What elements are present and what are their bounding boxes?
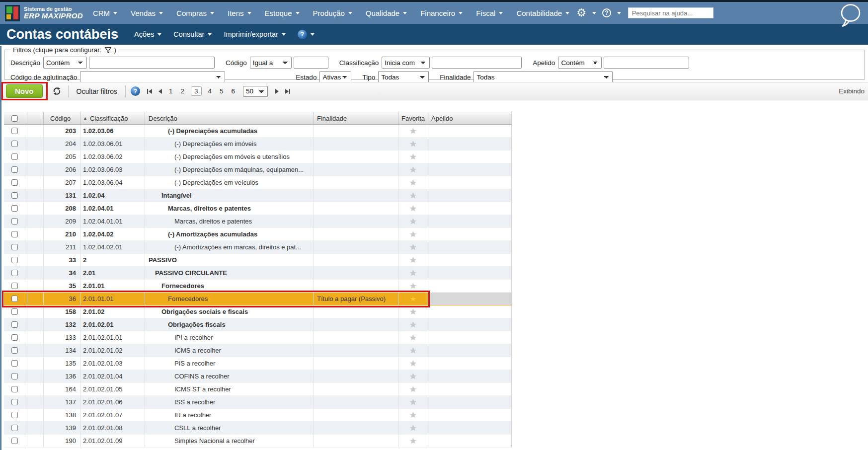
toolbar-help-icon[interactable]: ?	[131, 86, 140, 96]
nav-menu-qualidade[interactable]: Qualidade	[366, 9, 407, 17]
favorite-star-icon[interactable]: ★	[409, 347, 416, 355]
table-row-34[interactable]: 342.01PASSIVO CIRCULANTE★	[4, 267, 512, 280]
row-checkbox[interactable]	[11, 399, 18, 405]
row-checkbox[interactable]	[11, 438, 18, 444]
page-number-3[interactable]: 3	[191, 86, 202, 96]
table-row-206[interactable]: 2061.02.03.06.03(-) Depreciações em máqu…	[4, 163, 512, 176]
table-row-203[interactable]: 2031.02.03.06(-) Depreciações acumuladas…	[4, 125, 512, 138]
favorite-star-icon[interactable]: ★	[409, 256, 416, 264]
chat-bubble-icon[interactable]	[838, 3, 862, 29]
aglutinacao-select[interactable]	[80, 71, 225, 83]
table-row-136[interactable]: 1362.01.02.01.04COFINS a recolher★	[4, 370, 512, 383]
header-apelido[interactable]: Apelido	[428, 112, 512, 124]
row-checkbox[interactable]	[11, 283, 18, 289]
refresh-button[interactable]	[51, 86, 63, 96]
row-checkbox[interactable]	[11, 296, 18, 302]
table-row-36[interactable]: 362.01.01.01FornecedoresTítulo a pagar (…	[4, 293, 512, 305]
row-checkbox[interactable]	[11, 334, 18, 341]
nav-menu-producao[interactable]: Produção	[313, 9, 352, 17]
favorite-star-icon[interactable]: ★	[409, 243, 416, 251]
row-checkbox[interactable]	[11, 412, 18, 418]
table-row-33[interactable]: 332PASSIVO★	[4, 254, 512, 267]
row-checkbox[interactable]	[11, 205, 18, 212]
table-row-35[interactable]: 352.01.01Fornecedores★	[4, 280, 512, 293]
app-logo[interactable]: Sistema de gestão ERP MAXIPROD	[5, 5, 83, 21]
tipo-select[interactable]: Todas	[378, 71, 429, 83]
favorite-star-icon[interactable]: ★	[409, 295, 416, 303]
favorite-star-icon[interactable]: ★	[409, 398, 416, 406]
table-row-137[interactable]: 1372.01.02.01.06ISS a recolher★	[4, 396, 512, 409]
table-row-208[interactable]: 2081.02.04.01Marcas, direitos e patentes…	[4, 202, 512, 215]
table-row-138[interactable]: 1382.01.02.01.07IR a recolher★	[4, 409, 512, 422]
nav-menu-estoque[interactable]: Estoque	[265, 9, 300, 17]
header-favorita[interactable]: Favorita	[398, 112, 428, 124]
row-checkbox[interactable]	[11, 166, 18, 173]
row-checkbox[interactable]	[11, 270, 18, 276]
estado-select[interactable]: Ativas	[319, 71, 351, 83]
row-checkbox[interactable]	[11, 192, 18, 199]
first-page-button[interactable]	[146, 88, 153, 95]
table-row-205[interactable]: 2051.02.03.06.02(-) Depreciações em móve…	[4, 150, 512, 163]
page-number-2[interactable]: 2	[179, 86, 186, 96]
table-row-210[interactable]: 2101.02.04.02(-) Amortizações acumuladas…	[4, 228, 512, 241]
classificacao-operator-select[interactable]: Inicia com	[382, 57, 430, 69]
header-finalidade[interactable]: Finalidade	[314, 112, 398, 124]
row-checkbox[interactable]	[11, 347, 18, 354]
favorite-star-icon[interactable]: ★	[409, 334, 416, 342]
menu-imprimir-exportar[interactable]: Imprimir/exportar	[224, 30, 286, 38]
favorite-star-icon[interactable]: ★	[409, 269, 416, 277]
header-codigo[interactable]: Código	[44, 112, 80, 124]
table-row-132[interactable]: 1322.01.02.01Obrigações fiscais★	[4, 318, 512, 331]
descricao-operator-select[interactable]: Contém	[43, 57, 87, 69]
nav-help-icon[interactable]: ?	[602, 8, 611, 17]
settings-caret-icon[interactable]	[592, 12, 596, 16]
page-number-6[interactable]: 6	[230, 86, 237, 96]
title-help-icon[interactable]: ?	[298, 30, 307, 39]
row-checkbox[interactable]	[11, 321, 18, 328]
title-help-caret-icon[interactable]	[311, 33, 315, 38]
favorite-star-icon[interactable]: ★	[409, 373, 416, 380]
table-row-207[interactable]: 2071.02.03.06.04(-) Depreciações em veíc…	[4, 176, 512, 189]
row-checkbox[interactable]	[11, 153, 18, 160]
codigo-filter-input[interactable]	[294, 57, 328, 69]
last-page-button[interactable]	[284, 88, 291, 95]
row-checkbox[interactable]	[11, 218, 18, 225]
table-row-131[interactable]: 1311.02.04Intangível★	[4, 189, 512, 202]
row-checkbox[interactable]	[11, 231, 18, 237]
table-row-164[interactable]: 1642.01.02.01.05ICMS ST a recolher★	[4, 383, 512, 396]
nav-menu-contabilidade[interactable]: Contabilidade	[516, 9, 569, 17]
select-all-checkbox[interactable]	[11, 115, 18, 122]
header-classificacao[interactable]: ▲ Classificação	[80, 112, 145, 124]
table-row-158[interactable]: 1582.01.02Obrigações sociais e fiscais★	[4, 305, 512, 318]
row-checkbox[interactable]	[11, 128, 18, 134]
favorite-star-icon[interactable]: ★	[409, 321, 416, 329]
table-row-134[interactable]: 1342.01.02.01.02ICMS a recolher★	[4, 344, 512, 357]
favorite-star-icon[interactable]: ★	[409, 308, 416, 316]
classificacao-filter-input[interactable]	[432, 57, 522, 69]
row-checkbox[interactable]	[11, 308, 18, 315]
table-row-133[interactable]: 1332.01.02.01.01IPI a recolher★	[4, 331, 512, 344]
apelido-operator-select[interactable]: Contém	[558, 57, 602, 69]
favorite-star-icon[interactable]: ★	[409, 127, 416, 135]
nav-menu-fiscal[interactable]: Fiscal	[476, 9, 503, 17]
help-search-input[interactable]	[628, 7, 713, 18]
novo-button[interactable]: Novo	[6, 84, 43, 98]
help-caret-icon[interactable]	[617, 12, 621, 16]
favorite-star-icon[interactable]: ★	[409, 411, 416, 419]
finalidade-select[interactable]: Todas	[473, 71, 613, 83]
filters-legend[interactable]: Filtros (clique para configurar: )	[10, 46, 119, 54]
favorite-star-icon[interactable]: ★	[409, 166, 416, 174]
nav-menu-vendas[interactable]: Vendas	[131, 9, 163, 17]
apelido-filter-input[interactable]	[604, 57, 689, 69]
favorite-star-icon[interactable]: ★	[409, 218, 416, 225]
settings-gear-icon[interactable]: ⚙	[576, 7, 586, 18]
nav-menu-crm[interactable]: CRM	[93, 9, 117, 17]
favorite-star-icon[interactable]: ★	[409, 205, 416, 213]
favorite-star-icon[interactable]: ★	[409, 282, 416, 290]
nav-menu-financeiro[interactable]: Financeiro	[420, 9, 463, 17]
favorite-star-icon[interactable]: ★	[409, 192, 416, 200]
page-size-select[interactable]: 50	[243, 86, 268, 97]
table-row-209[interactable]: 2091.02.04.01.01Marcas, direitos e paten…	[4, 215, 512, 228]
table-row-211[interactable]: 2111.02.04.02.01(-) Amortizações em marc…	[4, 241, 512, 254]
favorite-star-icon[interactable]: ★	[409, 140, 416, 148]
